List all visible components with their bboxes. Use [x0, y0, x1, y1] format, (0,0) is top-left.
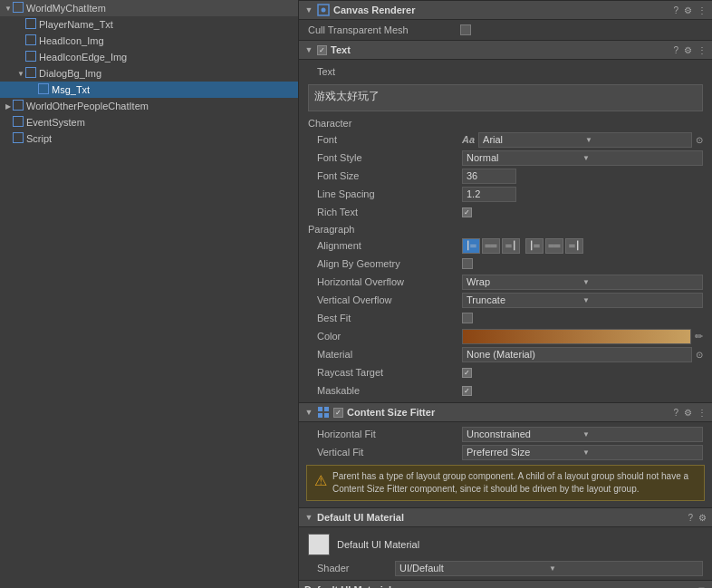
- tree-arrow-world-my-chat-item[interactable]: ▼: [4, 5, 13, 13]
- font-dropdown[interactable]: Arial ▼: [478, 132, 692, 148]
- tree-icon-world-other-people: [13, 100, 24, 111]
- tree-label-head-icon-edge-img: HeadIconEdge_Img: [39, 52, 127, 63]
- font-picker-icon[interactable]: ⊙: [696, 135, 703, 145]
- horizontal-overflow-value: Wrap: [467, 276, 582, 287]
- best-fit-checkbox[interactable]: [462, 313, 473, 323]
- settings-icon[interactable]: ⚙: [684, 5, 692, 15]
- color-label: Color: [317, 331, 462, 342]
- tree-item-event-system[interactable]: EventSystem: [0, 114, 298, 130]
- text-more-icon[interactable]: ⋮: [698, 45, 707, 55]
- best-fit-row: Best Fit: [299, 309, 712, 327]
- line-spacing-row: Line Spacing: [299, 185, 712, 203]
- raycast-target-label: Raycast Target: [317, 367, 462, 378]
- shader-dropdown[interactable]: UI/Default ▼: [395, 561, 703, 576]
- vertical-fit-dropdown[interactable]: Preferred Size ▼: [462, 445, 703, 460]
- bottom-toggle-arrow[interactable]: ▼: [697, 584, 707, 588]
- align-top-center-btn[interactable]: ══: [482, 238, 500, 254]
- vertical-fit-row: Vertical Fit Preferred Size ▼: [299, 443, 712, 461]
- maskable-checkbox[interactable]: [462, 386, 472, 396]
- csf-settings-icon[interactable]: ⚙: [684, 408, 692, 418]
- tree-item-head-icon-img[interactable]: HeadIcon_Img: [0, 33, 298, 49]
- text-component-toggle[interactable]: ▼: [304, 45, 313, 54]
- vertical-overflow-row: Vertical Overflow Truncate ▼: [299, 291, 712, 309]
- text-input-area[interactable]: 游戏太好玩了: [308, 84, 703, 111]
- line-spacing-input[interactable]: [462, 187, 516, 202]
- tree-item-world-other-people[interactable]: ▶WorldOtherPeopleChatItem: [0, 98, 298, 114]
- font-row: Font Aa Arial ▼ ⊙: [299, 130, 712, 149]
- material-picker-icon[interactable]: ⊙: [696, 350, 703, 360]
- content-size-fitter-body: Horizontal Fit Unconstrained ▼ Vertical …: [299, 422, 712, 507]
- tree-item-head-icon-edge-img[interactable]: HeadIconEdge_Img: [0, 49, 298, 65]
- material-row: Material None (Material) ⊙: [299, 345, 712, 363]
- csf-help-icon[interactable]: ?: [673, 408, 678, 418]
- align-mid-right-btn[interactable]: ═┃: [565, 238, 583, 254]
- color-picker-eyedropper[interactable]: ✏: [695, 331, 703, 342]
- tree-icon-dialog-bg-img: [25, 67, 36, 78]
- text-enabled-checkbox[interactable]: [317, 45, 327, 55]
- tree-icon-event-system: [13, 116, 24, 127]
- csf-warning-text: Parent has a type of layout group compon…: [332, 470, 697, 496]
- horizontal-fit-dropdown[interactable]: Unconstrained ▼: [462, 427, 703, 442]
- csf-enabled-checkbox[interactable]: [333, 408, 343, 418]
- align-mid-center-btn[interactable]: ══: [545, 238, 563, 254]
- csf-more-icon[interactable]: ⋮: [698, 408, 707, 418]
- material-name-label: Default UI Material: [337, 539, 419, 550]
- more-icon[interactable]: ⋮: [698, 5, 707, 15]
- default-ui-material-header[interactable]: ▼ Default UI Material ? ⚙: [299, 507, 712, 527]
- cull-transparent-mesh-checkbox[interactable]: [460, 24, 471, 35]
- tree-icon-msg-txt: [38, 83, 49, 94]
- align-by-geometry-checkbox[interactable]: [462, 258, 473, 269]
- tree-item-msg-txt[interactable]: Msg_Txt: [0, 82, 298, 98]
- shader-value: UI/Default: [399, 563, 549, 574]
- line-spacing-label: Line Spacing: [317, 188, 462, 199]
- align-mid-left-btn[interactable]: ┃═: [525, 238, 544, 254]
- font-value-container: Aa Arial ▼ ⊙: [462, 132, 703, 148]
- align-top-right-btn[interactable]: ═┃: [502, 238, 520, 254]
- vertical-overflow-arrow: ▼: [582, 296, 698, 304]
- font-dropdown-arrow: ▼: [585, 136, 688, 144]
- default-ui-material-toggle[interactable]: ▼: [304, 513, 313, 522]
- tree-item-player-name-txt[interactable]: PlayerName_Txt: [0, 16, 298, 33]
- align-by-geometry-row: Align By Geometry: [299, 255, 712, 273]
- align-by-geometry-label: Align By Geometry: [317, 258, 462, 269]
- text-header-buttons: ? ⚙ ⋮: [673, 45, 707, 55]
- tree-item-dialog-bg-img[interactable]: ▼DialogBg_Img: [0, 65, 298, 82]
- font-style-arrow: ▼: [582, 154, 698, 162]
- content-size-fitter-toggle[interactable]: ▼: [304, 408, 313, 417]
- color-picker-bar[interactable]: [462, 329, 691, 344]
- rich-text-checkbox[interactable]: [462, 207, 472, 217]
- vertical-overflow-dropdown[interactable]: Truncate ▼: [462, 293, 703, 308]
- mat-help-icon[interactable]: ?: [688, 513, 693, 523]
- font-style-dropdown[interactable]: Normal ▼: [462, 150, 703, 166]
- svg-rect-5: [324, 413, 329, 418]
- help-icon[interactable]: ?: [673, 5, 678, 15]
- csf-warning-box: ⚠ Parent has a type of layout group comp…: [306, 465, 705, 501]
- material-dropdown[interactable]: None (Material): [462, 347, 692, 362]
- warning-icon: ⚠: [314, 471, 327, 496]
- bottom-section-header[interactable]: Default UI Material ▼: [299, 580, 712, 588]
- text-component-body: Text 游戏太好玩了 Character Font Aa Arial ▼ ⊙ …: [299, 60, 712, 402]
- tree-item-script[interactable]: Script: [0, 130, 298, 147]
- text-help-icon[interactable]: ?: [673, 45, 678, 55]
- horizontal-overflow-dropdown[interactable]: Wrap ▼: [462, 275, 703, 290]
- mat-settings-icon[interactable]: ⚙: [698, 513, 707, 523]
- align-top-left-btn[interactable]: ┃═: [462, 238, 480, 254]
- text-label: Text: [317, 66, 462, 77]
- raycast-target-checkbox[interactable]: [462, 368, 472, 378]
- vertical-fit-arrow: ▼: [582, 448, 698, 457]
- tree-item-world-my-chat-item[interactable]: ▼WorldMyChatItem: [0, 0, 298, 16]
- font-size-input[interactable]: [462, 169, 516, 184]
- tree-icon-world-my-chat-item: [13, 2, 24, 13]
- canvas-renderer-toggle[interactable]: ▼: [304, 5, 313, 14]
- tree-arrow-dialog-bg-img[interactable]: ▼: [16, 70, 25, 78]
- canvas-renderer-header[interactable]: ▼ Canvas Renderer ? ⚙ ⋮: [299, 0, 712, 20]
- content-size-fitter-header[interactable]: ▼ Content Size Fitter ? ⚙ ⋮: [299, 402, 712, 422]
- font-style-row: Font Style Normal ▼: [299, 149, 712, 167]
- shader-dropdown-arrow: ▼: [549, 564, 698, 573]
- vertical-overflow-value: Truncate: [467, 294, 582, 305]
- csf-icon: [317, 406, 330, 419]
- text-component-header[interactable]: ▼ Text ? ⚙ ⋮: [299, 40, 712, 60]
- text-settings-icon[interactable]: ⚙: [684, 45, 692, 55]
- font-style-value: Normal: [467, 152, 582, 163]
- tree-arrow-world-other-people[interactable]: ▶: [4, 102, 13, 111]
